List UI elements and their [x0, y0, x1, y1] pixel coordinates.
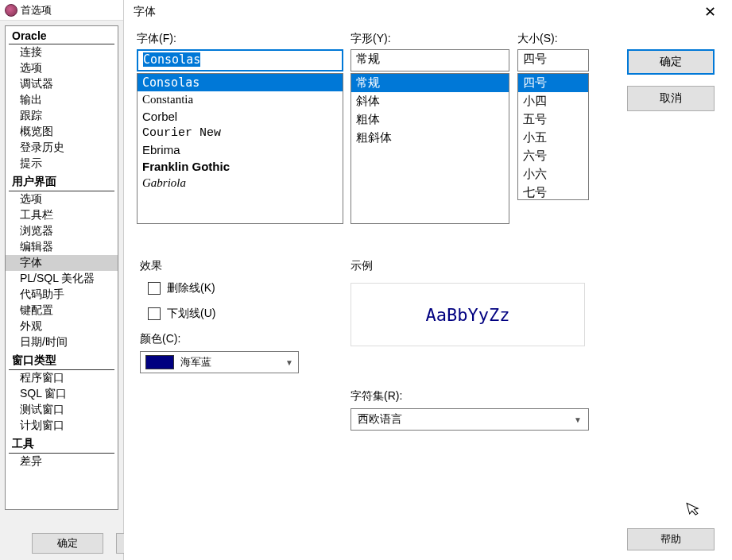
- list-item[interactable]: Franklin Gothic: [137, 158, 343, 175]
- size-listbox[interactable]: 四号 小四 五号 小五 六号 小六 七号: [517, 73, 589, 200]
- sample-group: 示例 AaBbYyZz: [351, 259, 589, 346]
- font-input[interactable]: Consolas: [137, 49, 343, 71]
- tree-item[interactable]: 程序窗口: [6, 370, 118, 386]
- tree-item[interactable]: PL/SQL 美化器: [6, 271, 118, 287]
- font-dialog-titlebar: 字体 ✕: [124, 0, 732, 24]
- tree-item[interactable]: 选项: [6, 60, 118, 76]
- sample-text: AaBbYyZz: [426, 305, 510, 325]
- charset-value: 西欧语言: [358, 412, 402, 427]
- sample-label: 示例: [351, 259, 589, 273]
- underline-checkbox[interactable]: [148, 307, 161, 320]
- list-item[interactable]: Consolas: [137, 74, 343, 91]
- strikeout-checkbox[interactable]: [148, 282, 161, 295]
- list-item[interactable]: 五号: [518, 110, 588, 129]
- chevron-down-icon: ▼: [285, 358, 293, 367]
- underline-row[interactable]: 下划线(U): [148, 307, 331, 321]
- list-item[interactable]: 粗体: [351, 110, 509, 129]
- tree-item[interactable]: 外观: [6, 319, 118, 334]
- ok-button[interactable]: 确定: [32, 533, 103, 554]
- font-dialog-title: 字体: [134, 5, 156, 19]
- list-item[interactable]: Ebrima: [137, 141, 343, 158]
- tree-section-tools[interactable]: 工具: [9, 435, 114, 454]
- preferences-tree[interactable]: Oracle 连接 选项 调试器 输出 跟踪 概览图 登录历史 提示 用户界面 …: [5, 25, 118, 510]
- list-item[interactable]: Constantia: [137, 91, 343, 108]
- preferences-window: 首选项 Oracle 连接 选项 调试器 输出 跟踪 概览图 登录历史 提示 用…: [0, 0, 124, 560]
- underline-label: 下划线(U): [167, 307, 215, 321]
- chevron-down-icon: ▼: [574, 415, 582, 424]
- size-input[interactable]: 四号: [517, 49, 589, 71]
- color-select[interactable]: 海军蓝 ▼: [140, 351, 299, 373]
- list-item[interactable]: Corbel: [137, 108, 343, 125]
- tree-section-ui[interactable]: 用户界面: [9, 173, 114, 191]
- tree-item[interactable]: 概览图: [6, 124, 118, 140]
- list-item[interactable]: Courier New: [137, 125, 343, 141]
- tree-item[interactable]: 日期/时间: [6, 334, 118, 350]
- sample-box: AaBbYyZz: [351, 283, 585, 346]
- tree-item[interactable]: 计划窗口: [6, 418, 118, 434]
- color-swatch: [145, 355, 174, 369]
- charset-select[interactable]: 西欧语言 ▼: [351, 408, 589, 431]
- app-icon: [5, 4, 17, 17]
- color-name: 海军蓝: [180, 355, 211, 369]
- tree-item[interactable]: 连接: [6, 44, 118, 60]
- font-dialog: 字体 ✕ 字体(F): Consolas Consolas Constantia…: [124, 0, 732, 560]
- list-item[interactable]: 常规: [351, 74, 509, 92]
- effects-group: 效果 删除线(K) 下划线(U) 颜色(C): 海军蓝 ▼: [140, 259, 331, 373]
- ok-button[interactable]: 确定: [627, 49, 715, 75]
- tree-item-font[interactable]: 字体: [6, 255, 118, 271]
- list-item[interactable]: 六号: [518, 147, 588, 165]
- style-label: 字形(Y):: [351, 32, 509, 46]
- tree-item[interactable]: 代码助手: [6, 287, 118, 303]
- cancel-button[interactable]: 取消: [627, 86, 715, 111]
- tree-item[interactable]: 输出: [6, 92, 118, 108]
- font-label: 字体(F):: [137, 32, 343, 46]
- list-item[interactable]: 粗斜体: [351, 129, 509, 147]
- dialog-buttons: 确定 取消: [627, 49, 715, 111]
- tree-item[interactable]: 选项: [6, 191, 118, 207]
- style-column: 字形(Y): 常规 常规 斜体 粗体 粗斜体: [351, 32, 509, 224]
- preferences-title: 首选项: [21, 3, 52, 17]
- tree-item[interactable]: SQL 窗口: [6, 386, 118, 402]
- list-item[interactable]: Gabriola: [137, 175, 343, 191]
- close-icon[interactable]: ✕: [698, 2, 722, 22]
- tree-section-window[interactable]: 窗口类型: [9, 352, 114, 370]
- tree-section-oracle[interactable]: Oracle: [9, 28, 114, 44]
- tree-item[interactable]: 测试窗口: [6, 402, 118, 418]
- tree-item[interactable]: 登录历史: [6, 140, 118, 156]
- list-item[interactable]: 斜体: [351, 92, 509, 110]
- effects-label: 效果: [140, 259, 331, 273]
- size-column: 大小(S): 四号 四号 小四 五号 小五 六号 小六 七号: [517, 32, 589, 200]
- cursor-icon: [686, 499, 705, 523]
- tree-item[interactable]: 工具栏: [6, 207, 118, 223]
- tree-item[interactable]: 浏览器: [6, 223, 118, 239]
- size-label: 大小(S):: [517, 32, 589, 46]
- tree-item[interactable]: 差异: [6, 454, 118, 469]
- help-button[interactable]: 帮助: [627, 528, 715, 550]
- tree-item[interactable]: 调试器: [6, 76, 118, 92]
- list-item[interactable]: 小四: [518, 92, 588, 110]
- tree-item[interactable]: 编辑器: [6, 239, 118, 255]
- tree-item[interactable]: 键配置: [6, 303, 118, 319]
- list-item[interactable]: 小五: [518, 129, 588, 147]
- style-listbox[interactable]: 常规 斜体 粗体 粗斜体: [351, 73, 509, 224]
- strikeout-label: 删除线(K): [167, 281, 215, 295]
- font-listbox[interactable]: Consolas Constantia Corbel Courier New E…: [137, 73, 343, 224]
- font-column: 字体(F): Consolas Consolas Constantia Corb…: [137, 32, 343, 224]
- list-item[interactable]: 小六: [518, 165, 588, 183]
- charset-label: 字符集(R):: [351, 389, 402, 404]
- tree-item[interactable]: 提示: [6, 156, 118, 172]
- color-label: 颜色(C):: [140, 332, 331, 346]
- list-item[interactable]: 四号: [518, 74, 588, 92]
- list-item[interactable]: 七号: [518, 183, 588, 200]
- strikeout-row[interactable]: 删除线(K): [148, 281, 331, 295]
- preferences-titlebar: 首选项: [0, 0, 123, 21]
- tree-item[interactable]: 跟踪: [6, 108, 118, 124]
- style-input[interactable]: 常规: [351, 49, 509, 71]
